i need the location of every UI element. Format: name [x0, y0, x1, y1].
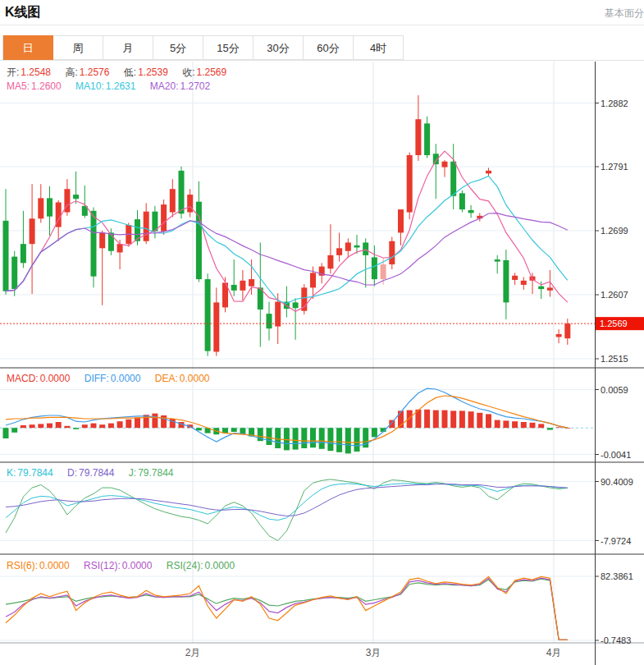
- open-value: 1.2548: [21, 66, 51, 78]
- kdj-layer: [6, 479, 568, 541]
- close-label: 收:: [182, 66, 194, 78]
- x-axis-labels: 2月3月4月: [185, 647, 562, 658]
- axis-tick-label: 90.4009: [601, 477, 633, 487]
- candlestick-layer: [3, 95, 571, 356]
- axis-tick-label: 1.2607: [601, 290, 628, 300]
- diff-value: DIFF:0.0000: [84, 373, 141, 384]
- right-axis-labels: 1.28821.27911.26991.26071.25150.0059-0.0…: [595, 99, 633, 646]
- axis-tick-label: 1.2515: [601, 354, 628, 364]
- header: K线图 基本面分析: [0, 0, 644, 25]
- tab-15min[interactable]: 15分: [203, 35, 253, 60]
- tab-5min[interactable]: 5分: [153, 35, 203, 60]
- kdj-legend: K:79.7844 D:79.7844 J:79.7844: [7, 467, 185, 479]
- panel-frame: [0, 62, 644, 665]
- gridlines: [0, 62, 595, 643]
- rsi12-value: RSI(12):0.0000: [84, 560, 152, 571]
- x-axis-month-label: 4月: [546, 647, 562, 658]
- tab-day[interactable]: 日: [3, 35, 53, 60]
- macd-layer: [3, 388, 571, 453]
- macd-value: MACD:0.0000: [7, 373, 70, 384]
- axis-tick-label: 1.2791: [601, 162, 628, 172]
- axis-tick-label: -0.0041: [601, 450, 631, 460]
- axis-tick-label: 1.2882: [601, 99, 628, 108]
- j-value: J:79.7844: [129, 467, 174, 479]
- chart-area: 开:1.2548 高:1.2576 低:1.2539 收:1.2569 MA5:…: [0, 62, 644, 665]
- svg-text:1.2569: 1.2569: [600, 319, 628, 328]
- k-value: K:79.7844: [7, 467, 53, 479]
- macd-legend: MACD:0.0000 DIFF:0.0000 DEA:0.0000: [7, 373, 221, 384]
- rsi-layer: [6, 576, 568, 640]
- dea-value: DEA:0.0000: [155, 373, 210, 384]
- axis-tick-label: 82.3861: [601, 571, 633, 581]
- tab-60min[interactable]: 60分: [304, 35, 354, 60]
- tab-30min[interactable]: 30分: [253, 35, 304, 60]
- close-value: 1.2569: [197, 66, 227, 78]
- rsi24-value: RSI(24):0.0000: [167, 560, 235, 571]
- d-value: D:79.7844: [67, 467, 114, 479]
- ma20-legend: MA20:1.2702: [150, 80, 210, 92]
- rsi6-value: RSI(6):0.0000: [7, 560, 70, 571]
- fundamental-analysis-link[interactable]: 基本面分析: [605, 7, 644, 21]
- axis-tick-label: -0.7483: [601, 635, 631, 645]
- ma5-legend: MA5:1.2600: [7, 80, 62, 92]
- tab-4hour[interactable]: 4时: [354, 35, 404, 60]
- low-value: 1.2539: [138, 66, 168, 78]
- axis-tick-label: 1.2699: [601, 226, 628, 236]
- tab-week[interactable]: 周: [53, 35, 103, 60]
- low-label: 低:: [124, 66, 136, 78]
- high-value: 1.2576: [80, 66, 110, 78]
- rsi-legend: RSI(6):0.0000 RSI(12):0.0000 RSI(24):0.0…: [7, 560, 246, 571]
- candlestick-chart-canvas[interactable]: 1.25691.28821.27911.26991.26071.25150.00…: [0, 62, 644, 665]
- x-axis-month-label: 3月: [366, 647, 381, 658]
- open-label: 开:: [7, 66, 19, 78]
- ma-legend: MA5:1.2600 MA10:1.2631 MA20:1.2702: [7, 80, 222, 92]
- ohlc-legend: 开:1.2548 高:1.2576 低:1.2539 收:1.2569: [7, 66, 238, 80]
- axis-tick-label: 0.0059: [601, 385, 628, 395]
- kline-widget: K线图 基本面分析 日 周 月 5分 15分 30分 60分 4时 开:1.25…: [0, 0, 644, 665]
- last-price-badge: 1.2569: [596, 317, 644, 330]
- ma10-legend: MA10:1.2631: [75, 80, 135, 92]
- tab-month[interactable]: 月: [103, 35, 153, 60]
- x-axis-month-label: 2月: [185, 647, 201, 658]
- axis-tick-label: -7.9724: [601, 536, 631, 546]
- page-title: K线图: [5, 4, 41, 21]
- high-label: 高:: [65, 66, 77, 78]
- period-tabbar: 日 周 月 5分 15分 30分 60分 4时: [0, 35, 644, 61]
